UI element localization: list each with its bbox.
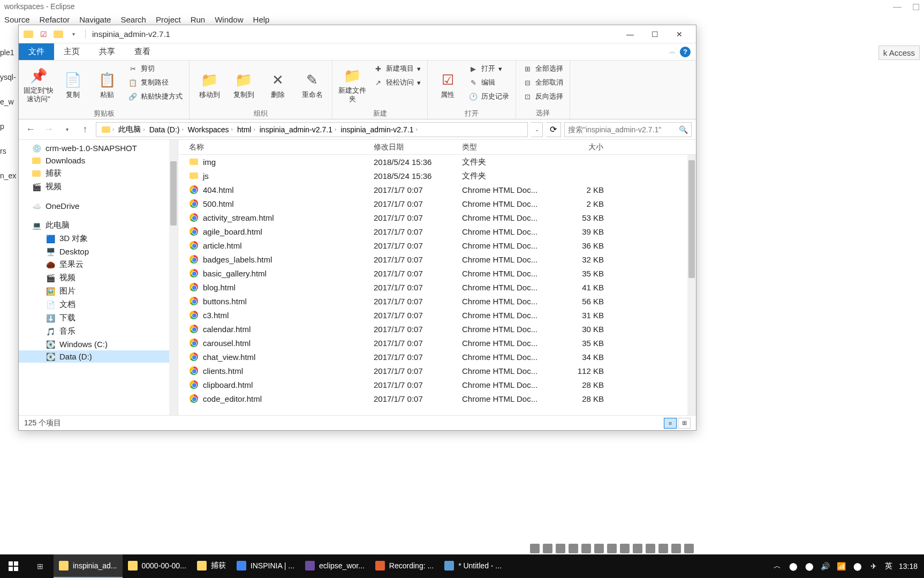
tree-item[interactable]: ⬇️下载 bbox=[19, 311, 178, 325]
toolbar-icon[interactable] bbox=[684, 544, 694, 553]
newitem-button[interactable]: ✚新建项目 ▾ bbox=[371, 63, 423, 74]
eclipse-menu-item[interactable]: Search bbox=[120, 15, 146, 24]
volume-icon[interactable]: 🔊 bbox=[821, 561, 830, 571]
col-name[interactable]: 名称 bbox=[178, 142, 368, 152]
file-row[interactable]: c3.html2017/1/7 0:07Chrome HTML Doc...31… bbox=[178, 308, 696, 322]
breadcrumb-item[interactable]: inspinia_admin-v2.7.1 › bbox=[257, 125, 339, 134]
eclipse-menu-item[interactable]: Window bbox=[215, 15, 243, 24]
tree-item[interactable]: 🎬视频 bbox=[19, 271, 178, 284]
paste-button[interactable]: 📋粘贴 bbox=[92, 63, 123, 108]
tray-icon[interactable]: ⬤ bbox=[853, 561, 862, 571]
details-view-button[interactable]: ≡ bbox=[664, 418, 677, 429]
eclipse-menu-item[interactable]: Help bbox=[253, 15, 270, 24]
selectnone-button[interactable]: ⊟全部取消 bbox=[520, 77, 565, 88]
file-row[interactable]: clipboard.html2017/1/7 0:07Chrome HTML D… bbox=[178, 378, 696, 392]
eclipse-menu-item[interactable]: Navigate bbox=[79, 15, 111, 24]
taskbar-item[interactable]: Recording: ... bbox=[370, 554, 439, 578]
eclipse-menu-item[interactable]: Run bbox=[191, 15, 206, 24]
refresh-button[interactable]: ⟳ bbox=[546, 122, 561, 137]
history-button[interactable]: 🕐历史记录 bbox=[466, 91, 511, 102]
back-button[interactable]: ← bbox=[23, 122, 38, 137]
tray-icon[interactable]: ✈ bbox=[869, 561, 878, 571]
list-body[interactable]: img2018/5/24 15:36文件夹js2018/5/24 15:36文件… bbox=[178, 155, 696, 415]
tree-item[interactable]: 🖥️Desktop bbox=[19, 245, 178, 258]
tree-item[interactable]: 💻此电脑 bbox=[19, 219, 178, 232]
taskbar-item[interactable]: inspinia_ad... bbox=[54, 554, 123, 578]
col-size[interactable]: 大小 bbox=[545, 142, 609, 152]
close-button[interactable]: ✕ bbox=[667, 26, 692, 42]
eclipse-menu-item[interactable]: Project bbox=[156, 15, 181, 24]
taskbar-item[interactable]: INSPINIA | ... bbox=[231, 554, 300, 578]
file-row[interactable]: 500.html2017/1/7 0:07Chrome HTML Doc...2… bbox=[178, 197, 696, 211]
search-icon[interactable]: 🔍 bbox=[679, 125, 688, 134]
address-dropdown[interactable]: ⌄ bbox=[531, 122, 543, 137]
toolbar-icon[interactable] bbox=[581, 544, 591, 553]
tree-item[interactable]: 捕获 bbox=[19, 167, 178, 180]
tree-item[interactable]: 📄文档 bbox=[19, 298, 178, 311]
eclipse-quick-access[interactable]: k Access bbox=[878, 46, 920, 60]
toolbar-icon[interactable] bbox=[646, 544, 655, 553]
taskbar-item[interactable]: 0000-00-00... bbox=[123, 554, 192, 578]
toolbar-icon[interactable] bbox=[594, 544, 604, 553]
taskbar-item[interactable]: * Untitled - ... bbox=[439, 554, 507, 578]
toolbar-icon[interactable] bbox=[658, 544, 668, 553]
nav-tree[interactable]: 💿crm-web-1.0-SNAPSHOTDownloads捕获🎬视频☁️One… bbox=[19, 140, 178, 415]
tree-item[interactable]: 🎬视频 bbox=[19, 180, 178, 193]
file-row[interactable]: article.html2017/1/7 0:07Chrome HTML Doc… bbox=[178, 238, 696, 252]
moveto-button[interactable]: 📁移动到 bbox=[194, 63, 225, 108]
col-type[interactable]: 类型 bbox=[457, 142, 545, 152]
copy-button[interactable]: 📄复制 bbox=[57, 63, 88, 108]
selectall-button[interactable]: ⊞全部选择 bbox=[520, 63, 565, 74]
file-row[interactable]: chat_view.html2017/1/7 0:07Chrome HTML D… bbox=[178, 350, 696, 364]
up-button[interactable]: ↑ bbox=[78, 122, 93, 137]
tray-icon[interactable]: ⬤ bbox=[789, 561, 798, 571]
toolbar-icon[interactable] bbox=[633, 544, 642, 553]
breadcrumb-item[interactable]: inspinia_admin-v2.7.1 › bbox=[338, 125, 420, 134]
tab-view[interactable]: 查看 bbox=[125, 43, 160, 60]
dropdown-icon[interactable]: ▾ bbox=[68, 29, 79, 40]
toolbar-icon[interactable] bbox=[556, 544, 565, 553]
forward-button[interactable]: → bbox=[41, 122, 56, 137]
easyaccess-button[interactable]: ↗轻松访问 ▾ bbox=[371, 77, 423, 88]
breadcrumb-item[interactable]: Data (D:) › bbox=[147, 125, 186, 134]
file-row[interactable]: clients.html2017/1/7 0:07Chrome HTML Doc… bbox=[178, 364, 696, 378]
invert-button[interactable]: ⊡反向选择 bbox=[520, 91, 565, 102]
tab-share[interactable]: 共享 bbox=[89, 43, 125, 60]
recent-dropdown[interactable]: ▾ bbox=[59, 122, 74, 137]
pin-button[interactable]: 📌固定到"快速访问" bbox=[23, 63, 54, 108]
file-row[interactable]: basic_gallery.html2017/1/7 0:07Chrome HT… bbox=[178, 266, 696, 280]
clock[interactable]: 13:18 bbox=[899, 562, 918, 571]
network-icon[interactable]: 📶 bbox=[837, 561, 846, 571]
file-row[interactable]: code_editor.html2017/1/7 0:07Chrome HTML… bbox=[178, 392, 696, 406]
tab-home[interactable]: 主页 bbox=[54, 43, 89, 60]
toolbar-icon[interactable] bbox=[671, 544, 681, 553]
tab-file[interactable]: 文件 bbox=[19, 43, 54, 60]
rename-button[interactable]: ✎重命名 bbox=[297, 63, 328, 108]
tree-item[interactable]: 🟦3D 对象 bbox=[19, 232, 178, 245]
tree-item[interactable]: 💽Windows (C:) bbox=[19, 338, 178, 350]
scrollbar-thumb[interactable] bbox=[170, 161, 177, 226]
tree-item[interactable]: 🎵音乐 bbox=[19, 325, 178, 338]
tree-item[interactable]: 🖼️图片 bbox=[19, 284, 178, 298]
file-row[interactable]: badges_labels.html2017/1/7 0:07Chrome HT… bbox=[178, 252, 696, 266]
edit-button[interactable]: ✎编辑 bbox=[466, 77, 511, 88]
newfolder-button[interactable]: 📁新建文件夹 bbox=[337, 63, 368, 108]
toolbar-icon[interactable] bbox=[530, 544, 540, 553]
chevron-up-icon[interactable]: ︿ bbox=[772, 561, 782, 571]
file-row[interactable]: activity_stream.html2017/1/7 0:07Chrome … bbox=[178, 211, 696, 224]
col-date[interactable]: 修改日期 bbox=[368, 142, 457, 152]
search-input[interactable] bbox=[568, 125, 679, 134]
tray-icon[interactable]: ⬤ bbox=[805, 561, 814, 571]
tree-item[interactable]: 💽Data (D:) bbox=[19, 350, 178, 363]
file-row[interactable]: agile_board.html2017/1/7 0:07Chrome HTML… bbox=[178, 224, 696, 238]
breadcrumb[interactable]: › 此电脑 ›Data (D:) ›Workspaces ›html ›insp… bbox=[96, 122, 528, 137]
file-row[interactable]: blog.html2017/1/7 0:07Chrome HTML Doc...… bbox=[178, 280, 696, 294]
maximize-button[interactable]: ☐ bbox=[642, 26, 667, 42]
start-button[interactable] bbox=[0, 554, 27, 578]
tree-scrollbar[interactable] bbox=[169, 140, 178, 415]
search-box[interactable]: 🔍 bbox=[564, 122, 692, 137]
eclipse-menu-item[interactable]: Source bbox=[4, 15, 30, 24]
toolbar-icon[interactable] bbox=[607, 544, 617, 553]
help-icon[interactable]: ? bbox=[680, 47, 691, 57]
tree-item[interactable]: Downloads bbox=[19, 154, 178, 167]
